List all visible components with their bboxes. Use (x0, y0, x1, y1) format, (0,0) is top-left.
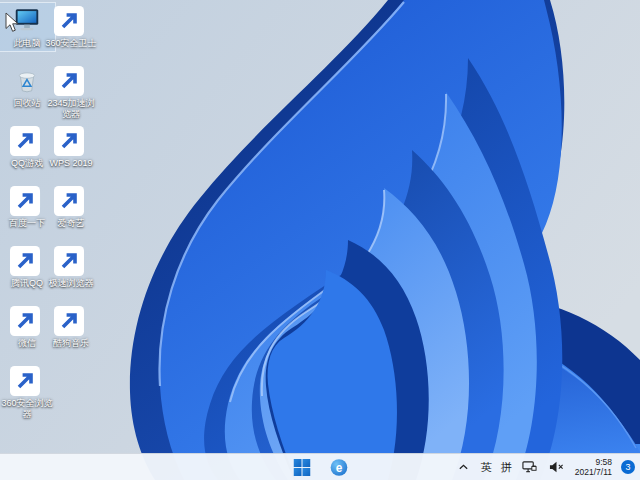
shortcut-arrow-icon (54, 246, 84, 276)
desktop-icon-label: 微信 (18, 338, 36, 349)
desktop-icon-label: 百度一下 (9, 218, 45, 229)
shortcut-arrow-icon (10, 306, 40, 336)
taskbar-center-icons: e (290, 454, 351, 480)
shortcut-arrow-icon (10, 126, 40, 156)
desktop-icon-iqiyi[interactable]: iQIYI 爱奇艺 (42, 182, 100, 232)
chevron-up-icon (458, 462, 469, 472)
mouse-cursor (5, 12, 19, 33)
ime-english-indicator[interactable]: 英 (481, 454, 492, 480)
qq-games-icon (12, 125, 42, 155)
svg-text:e: e (335, 460, 342, 474)
notification-badge[interactable]: 3 (621, 460, 635, 474)
shortcut-arrow-icon (10, 186, 40, 216)
network-tray-button[interactable] (521, 456, 539, 478)
360-safe-browser-icon: e (12, 365, 42, 395)
shortcut-arrow-icon (10, 246, 40, 276)
tray-expand-button[interactable] (456, 456, 472, 478)
shortcut-arrow-icon (54, 186, 84, 216)
start-button[interactable] (290, 456, 314, 478)
edge-browser-icon: e (329, 458, 348, 477)
desktop-icon-label: 2345加速浏览器 (43, 98, 99, 120)
shortcut-arrow-icon (54, 126, 84, 156)
recycle-bin-icon (12, 65, 42, 95)
tencent-qq-icon (12, 245, 42, 275)
clock-time: 9:58 (595, 457, 612, 467)
speed-browser-icon (56, 245, 86, 275)
desktop-icon-label: 酷狗音乐 (53, 338, 89, 349)
desktop-icon-360-safe-guard[interactable]: 360安全卫士 (42, 2, 100, 52)
ime-pinyin-indicator[interactable]: 拼 (501, 454, 512, 480)
desktop-icon-label: WPS 2019 (49, 158, 92, 169)
volume-tray-button[interactable] (548, 456, 566, 478)
desktop-icon-wps-2019[interactable]: W WPS 2019 (42, 122, 100, 172)
iqiyi-icon: iQIYI (56, 185, 86, 215)
desktop-icon-label: 回收站 (14, 98, 41, 109)
2345-browser-icon: e (56, 65, 86, 95)
ethernet-network-icon (522, 460, 537, 474)
desktop-icon-label: QQ游戏 (11, 158, 43, 169)
desktop-icon-label: 此电脑 (14, 38, 41, 49)
wps-2019-icon: W (56, 125, 86, 155)
windows-11-desktop: 此电脑 360安全卫士 回收站 (0, 0, 640, 480)
360-safe-guard-icon (56, 5, 86, 35)
clock-date: 2021/7/11 (575, 467, 612, 477)
clock[interactable]: 9:58 2021/7/11 (575, 457, 612, 477)
shortcut-arrow-icon (10, 366, 40, 396)
desktop-icon-label: 360安全浏览器 (0, 398, 55, 420)
desktop-icon-kugou-music[interactable]: K 酷狗音乐 (42, 302, 100, 352)
desktop-icon-label: 爱奇艺 (58, 218, 85, 229)
shortcut-arrow-icon (54, 66, 84, 96)
desktop-icon-360-safe-browser[interactable]: e 360安全浏览器 (0, 362, 56, 423)
windows-start-icon (293, 459, 310, 476)
kugou-music-icon: K (56, 305, 86, 335)
wechat-icon (12, 305, 42, 335)
volume-muted-icon (549, 461, 564, 473)
desktop-icon-label: 极速浏览器 (49, 278, 94, 289)
shortcut-arrow-icon (54, 306, 84, 336)
system-tray: 英 拼 9:58 2021/7/11 (456, 454, 635, 480)
shortcut-arrow-icon (54, 6, 84, 36)
taskbar: e 英 拼 (0, 453, 640, 480)
baidu-search-icon: du (12, 185, 42, 215)
desktop-icon-speed-browser[interactable]: 极速浏览器 (42, 242, 100, 292)
desktop-icon-label: 360安全卫士 (45, 38, 96, 49)
edge-browser-button[interactable]: e (327, 456, 351, 478)
desktop-icon-label: 腾讯QQ (11, 278, 43, 289)
desktop-icon-2345-browser[interactable]: e 2345加速浏览器 (42, 62, 100, 123)
